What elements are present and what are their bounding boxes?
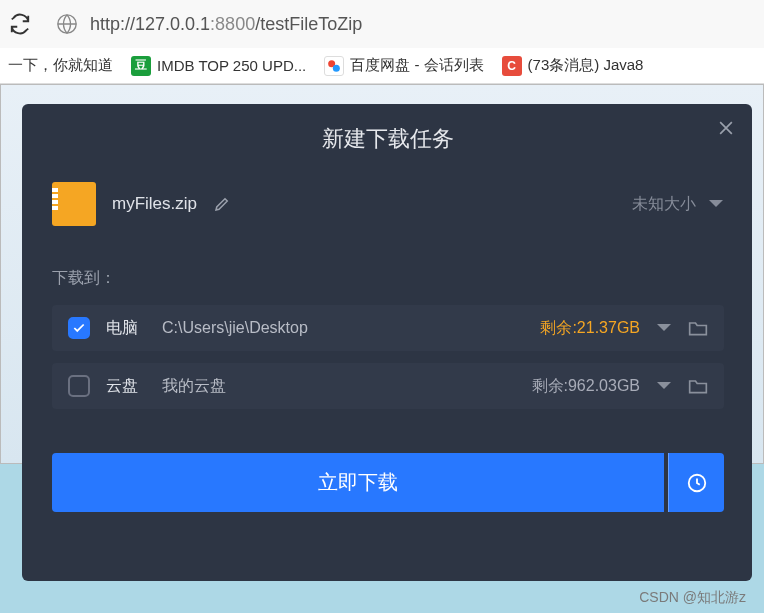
url-text: http://127.0.0.1:8800/testFileToZip (90, 14, 362, 35)
folder-icon[interactable] (688, 377, 708, 395)
bookmark-label: (73条消息) Java8 (528, 56, 644, 75)
edit-icon[interactable] (213, 195, 231, 213)
close-button[interactable] (716, 118, 736, 138)
bookmark-item[interactable]: C (73条消息) Java8 (502, 56, 644, 76)
file-name: myFiles.zip (112, 194, 197, 214)
zip-file-icon (52, 182, 96, 226)
download-modal: 新建下载任务 myFiles.zip 未知大小 下载到： 电脑 C:\Users… (22, 104, 752, 581)
button-row: 立即下载 (52, 453, 724, 512)
clock-download-icon (686, 472, 708, 494)
chevron-down-icon (708, 199, 724, 209)
modal-title: 新建下载任务 (52, 104, 724, 182)
file-size-dropdown[interactable]: 未知大小 (632, 194, 724, 215)
destination-cloud-row[interactable]: 云盘 我的云盘 剩余:962.03GB (52, 363, 724, 409)
address-bar: http://127.0.0.1:8800/testFileToZip (0, 0, 764, 48)
refresh-button[interactable] (8, 12, 32, 36)
bookmark-label: IMDB TOP 250 UPD... (157, 57, 306, 74)
bookmark-label: 一下，你就知道 (8, 56, 113, 75)
file-row: myFiles.zip 未知大小 (52, 182, 724, 226)
destination-computer-row[interactable]: 电脑 C:\Users\jie\Desktop 剩余:21.37GB (52, 305, 724, 351)
remaining-space: 剩余:962.03GB (532, 376, 641, 397)
bookmark-item[interactable]: 百度网盘 - 会话列表 (324, 56, 483, 76)
svg-point-2 (333, 64, 340, 71)
download-later-button[interactable] (668, 453, 724, 512)
destination-path: C:\Users\jie\Desktop (162, 319, 524, 337)
bookmark-item[interactable]: 一下，你就知道 (8, 56, 113, 75)
bookmark-item[interactable]: 豆 IMDB TOP 250 UPD... (131, 56, 306, 76)
destination-path: 我的云盘 (162, 376, 516, 397)
checkbox-checked[interactable] (68, 317, 90, 339)
globe-icon (56, 13, 78, 35)
chevron-down-icon[interactable] (656, 323, 672, 333)
url-box[interactable]: http://127.0.0.1:8800/testFileToZip (44, 13, 756, 35)
watermark: CSDN @知北游z (639, 589, 746, 607)
folder-icon[interactable] (688, 319, 708, 337)
favicon-icon (324, 56, 344, 76)
download-button[interactable]: 立即下载 (52, 453, 664, 512)
chevron-down-icon[interactable] (656, 381, 672, 391)
favicon-icon: 豆 (131, 56, 151, 76)
file-size-label: 未知大小 (632, 194, 696, 215)
favicon-icon: C (502, 56, 522, 76)
checkbox-unchecked[interactable] (68, 375, 90, 397)
remaining-space: 剩余:21.37GB (540, 318, 640, 339)
bookmarks-bar: 一下，你就知道 豆 IMDB TOP 250 UPD... 百度网盘 - 会话列… (0, 48, 764, 84)
download-to-label: 下载到： (52, 268, 724, 289)
destination-name: 电脑 (106, 318, 146, 339)
destination-name: 云盘 (106, 376, 146, 397)
bookmark-label: 百度网盘 - 会话列表 (350, 56, 483, 75)
